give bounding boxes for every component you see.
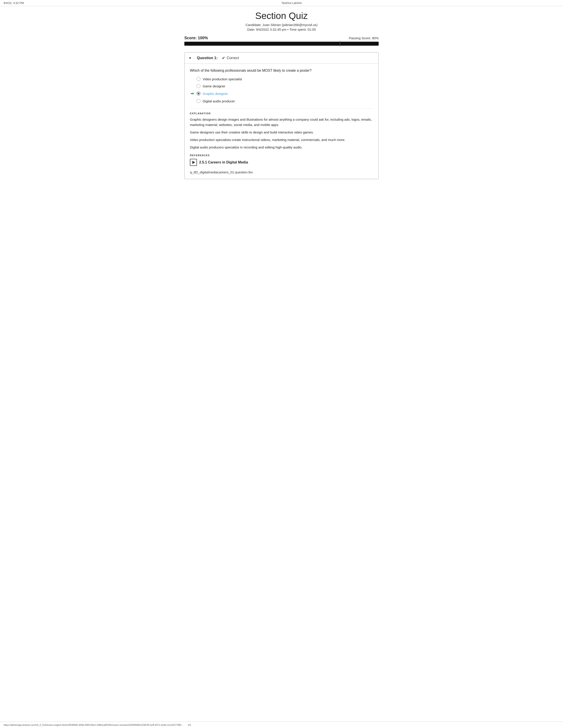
collapse-arrow-icon[interactable]: ▼ [188, 56, 192, 60]
question-1-status: ✔ Correct [222, 56, 239, 60]
explanation-section: EXPLANATION Graphic designers design ima… [190, 108, 373, 174]
explanation-para-1: Graphic designers design images and illu… [190, 117, 373, 128]
play-icon-box[interactable] [190, 159, 197, 166]
play-triangle-icon [192, 161, 195, 164]
option-3[interactable]: ➡ Graphic designer [190, 91, 373, 96]
option-2-label: Game designer [203, 84, 225, 88]
explanation-title: EXPLANATION [190, 112, 373, 115]
option-4-radio[interactable] [196, 99, 200, 103]
explanation-para-3: Video production specialists create inst… [190, 137, 373, 143]
option-4[interactable]: Digital audio producer [190, 99, 373, 103]
question-1-status-text: Correct [226, 56, 239, 60]
references-section: REFERENCES 2.5.1 Careers in Digital Medi… [190, 154, 373, 166]
score-row: Score: 100% Passing Score: 80% [184, 36, 379, 40]
option-1-radio[interactable] [196, 77, 200, 81]
option-1[interactable]: Video production specialist [190, 77, 373, 81]
reference-item[interactable]: 2.5.1 Careers in Digital Media [190, 159, 373, 166]
options-list: Video production specialist Game designe… [190, 77, 373, 103]
footer-page: 1/5 [188, 724, 191, 726]
option-2[interactable]: Game designer [190, 84, 373, 88]
footer-bar: https://labsimapp.testout.com/v6_0_510/e… [0, 722, 563, 728]
progress-bar-marker [340, 41, 340, 46]
question-fex: q_itf2_digitalmediacareers_01.question.f… [190, 170, 373, 174]
references-title: REFERENCES [190, 154, 373, 157]
question-1-body: Which of the following professionals wou… [184, 64, 379, 179]
progress-bar-container [184, 42, 379, 46]
progress-bar-fill [184, 42, 379, 46]
question-1-text: Which of the following professionals wou… [190, 69, 373, 73]
date-info: Date: 9/4/2022 3:32:45 pm • Time spent: … [184, 28, 379, 31]
quiz-title: Section Quiz [184, 11, 379, 21]
option-3-label: Graphic designer [203, 92, 228, 96]
browser-timestamp: 9/4/22, 3:32 PM [4, 1, 24, 5]
browser-tab-title: TestOut LabSim [24, 1, 559, 5]
browser-bar: 9/4/22, 3:32 PM TestOut LabSim [0, 0, 563, 6]
option-4-label: Digital audio producer [203, 99, 235, 103]
explanation-para-2: Game designers use their creative skills… [190, 130, 373, 135]
option-1-label: Video production specialist [203, 77, 242, 81]
footer-url: https://labsimapp.testout.com/v6_0_510/e… [4, 724, 184, 726]
option-3-radio[interactable] [196, 92, 200, 96]
question-1-card: ▼ Question 1: ✔ Correct Which of the fol… [184, 52, 379, 179]
question-1-number: Question 1: [197, 56, 218, 60]
candidate-info: Candidate: Juan Sibrian (jsibrian266@myc… [184, 23, 379, 27]
question-1-header[interactable]: ▼ Question 1: ✔ Correct [184, 53, 379, 64]
page-content: Section Quiz Candidate: Juan Sibrian (js… [175, 6, 388, 722]
score-label: Score: 100% [184, 36, 208, 40]
option-3-correct-arrow-icon: ➡ [190, 91, 194, 96]
checkmark-icon: ✔ [222, 56, 225, 60]
passing-score-label: Passing Score: 80% [349, 36, 379, 40]
reference-item-label: 2.5.1 Careers in Digital Media [199, 160, 248, 164]
explanation-para-4: Digital audio producers specialize in re… [190, 145, 373, 150]
option-2-radio[interactable] [196, 84, 200, 88]
